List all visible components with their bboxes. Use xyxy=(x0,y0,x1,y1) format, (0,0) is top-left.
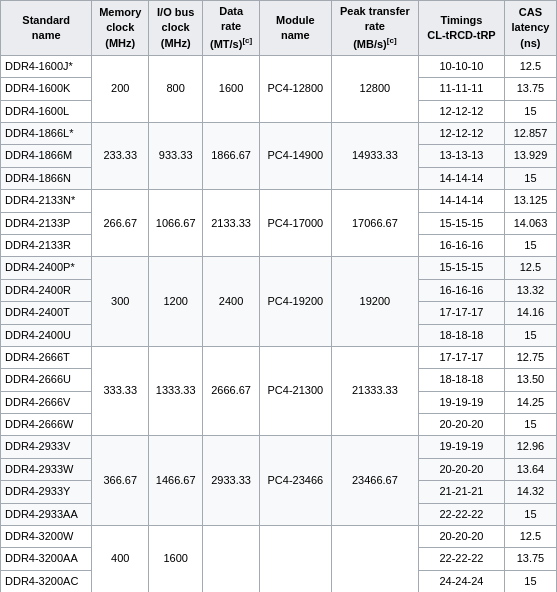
cell-cas-latency: 15 xyxy=(504,167,556,189)
cell-standard-name: DDR4-2933V xyxy=(1,436,92,458)
table-row: DDR4-3200W40016003200PC4-256002560020-20… xyxy=(1,526,557,548)
cell-cas-latency: 13.32 xyxy=(504,279,556,301)
cell-cas-latency: 12.96 xyxy=(504,436,556,458)
cell-data-rate: 1866.67 xyxy=(203,123,260,190)
cell-peak-transfer: 25600 xyxy=(331,526,418,592)
table-row: DDR4-2133N*266.671066.672133.33PC4-17000… xyxy=(1,190,557,212)
cell-data-rate: 2400 xyxy=(203,257,260,347)
cell-standard-name: DDR4-2933W xyxy=(1,458,92,480)
cell-timings: 14-14-14 xyxy=(419,190,505,212)
cell-cas-latency: 12.5 xyxy=(504,526,556,548)
cell-cas-latency: 15 xyxy=(504,570,556,592)
table-row: DDR4-1600J*2008001600PC4-128001280010-10… xyxy=(1,55,557,77)
table-row: DDR4-2666T333.331333.332666.67PC4-213002… xyxy=(1,346,557,368)
cell-memory-clock: 300 xyxy=(92,257,149,347)
cell-standard-name: DDR4-2400R xyxy=(1,279,92,301)
cell-peak-transfer: 14933.33 xyxy=(331,123,418,190)
cell-standard-name: DDR4-1600L xyxy=(1,100,92,122)
cell-timings: 15-15-15 xyxy=(419,212,505,234)
cell-standard-name: DDR4-2933AA xyxy=(1,503,92,525)
cell-io-bus-clock: 1600 xyxy=(149,526,203,592)
cell-module-name: PC4-14900 xyxy=(259,123,331,190)
cell-cas-latency: 13.50 xyxy=(504,369,556,391)
cell-timings: 18-18-18 xyxy=(419,369,505,391)
cell-cas-latency: 13.75 xyxy=(504,78,556,100)
cell-peak-transfer: 12800 xyxy=(331,55,418,122)
cell-standard-name: DDR4-2666V xyxy=(1,391,92,413)
cell-standard-name: DDR4-2666W xyxy=(1,414,92,436)
cell-timings: 22-22-22 xyxy=(419,503,505,525)
cell-cas-latency: 15 xyxy=(504,503,556,525)
cell-timings: 24-24-24 xyxy=(419,570,505,592)
table-row: DDR4-2933V366.671466.672933.33PC4-234662… xyxy=(1,436,557,458)
header-peak-transfer: Peak transferrate(MB/s)[c] xyxy=(331,1,418,56)
header-data-rate: Datarate(MT/s)[c] xyxy=(203,1,260,56)
cell-io-bus-clock: 933.33 xyxy=(149,123,203,190)
cell-standard-name: DDR4-2133R xyxy=(1,234,92,256)
cell-timings: 13-13-13 xyxy=(419,145,505,167)
cell-standard-name: DDR4-2133N* xyxy=(1,190,92,212)
cell-timings: 12-12-12 xyxy=(419,123,505,145)
cell-standard-name: DDR4-2666T xyxy=(1,346,92,368)
header-timings: TimingsCL-tRCD-tRP xyxy=(419,1,505,56)
cell-memory-clock: 200 xyxy=(92,55,149,122)
cell-cas-latency: 12.75 xyxy=(504,346,556,368)
cell-standard-name: DDR4-2400T xyxy=(1,302,92,324)
cell-timings: 17-17-17 xyxy=(419,346,505,368)
cell-timings: 19-19-19 xyxy=(419,436,505,458)
cell-cas-latency: 12.5 xyxy=(504,55,556,77)
header-cas-latency: CASlatency(ns) xyxy=(504,1,556,56)
cell-memory-clock: 400 xyxy=(92,526,149,592)
ddr4-table: Standardname Memoryclock(MHz) I/O busclo… xyxy=(0,0,557,592)
cell-cas-latency: 14.063 xyxy=(504,212,556,234)
cell-timings: 17-17-17 xyxy=(419,302,505,324)
cell-peak-transfer: 17066.67 xyxy=(331,190,418,257)
cell-cas-latency: 13.929 xyxy=(504,145,556,167)
cell-cas-latency: 12.5 xyxy=(504,257,556,279)
cell-standard-name: DDR4-1866L* xyxy=(1,123,92,145)
cell-timings: 22-22-22 xyxy=(419,548,505,570)
cell-io-bus-clock: 800 xyxy=(149,55,203,122)
cell-cas-latency: 14.16 xyxy=(504,302,556,324)
cell-peak-transfer: 21333.33 xyxy=(331,346,418,436)
cell-io-bus-clock: 1066.67 xyxy=(149,190,203,257)
cell-cas-latency: 15 xyxy=(504,234,556,256)
cell-timings: 16-16-16 xyxy=(419,279,505,301)
cell-cas-latency: 13.75 xyxy=(504,548,556,570)
cell-timings: 19-19-19 xyxy=(419,391,505,413)
cell-data-rate: 2666.67 xyxy=(203,346,260,436)
cell-standard-name: DDR4-3200W xyxy=(1,526,92,548)
cell-peak-transfer: 19200 xyxy=(331,257,418,347)
table-row: DDR4-1866L*233.33933.331866.67PC4-149001… xyxy=(1,123,557,145)
cell-timings: 21-21-21 xyxy=(419,481,505,503)
cell-standard-name: DDR4-1866N xyxy=(1,167,92,189)
cell-io-bus-clock: 1466.67 xyxy=(149,436,203,526)
cell-data-rate: 1600 xyxy=(203,55,260,122)
cell-cas-latency: 15 xyxy=(504,414,556,436)
cell-standard-name: DDR4-2933Y xyxy=(1,481,92,503)
cell-standard-name: DDR4-1866M xyxy=(1,145,92,167)
header-module-name: Modulename xyxy=(259,1,331,56)
cell-module-name: PC4-17000 xyxy=(259,190,331,257)
cell-standard-name: DDR4-2133P xyxy=(1,212,92,234)
cell-module-name: PC4-19200 xyxy=(259,257,331,347)
cell-cas-latency: 15 xyxy=(504,324,556,346)
cell-memory-clock: 233.33 xyxy=(92,123,149,190)
cell-memory-clock: 333.33 xyxy=(92,346,149,436)
cell-module-name: PC4-21300 xyxy=(259,346,331,436)
cell-cas-latency: 13.64 xyxy=(504,458,556,480)
cell-standard-name: DDR4-3200AC xyxy=(1,570,92,592)
cell-data-rate: 2933.33 xyxy=(203,436,260,526)
cell-timings: 20-20-20 xyxy=(419,458,505,480)
cell-data-rate: 2133.33 xyxy=(203,190,260,257)
cell-io-bus-clock: 1333.33 xyxy=(149,346,203,436)
cell-standard-name: DDR4-1600J* xyxy=(1,55,92,77)
cell-module-name: PC4-25600 xyxy=(259,526,331,592)
cell-data-rate: 3200 xyxy=(203,526,260,592)
table-row: DDR4-2400P*30012002400PC4-192001920015-1… xyxy=(1,257,557,279)
cell-module-name: PC4-12800 xyxy=(259,55,331,122)
cell-cas-latency: 14.32 xyxy=(504,481,556,503)
cell-timings: 11-11-11 xyxy=(419,78,505,100)
cell-timings: 14-14-14 xyxy=(419,167,505,189)
cell-timings: 16-16-16 xyxy=(419,234,505,256)
